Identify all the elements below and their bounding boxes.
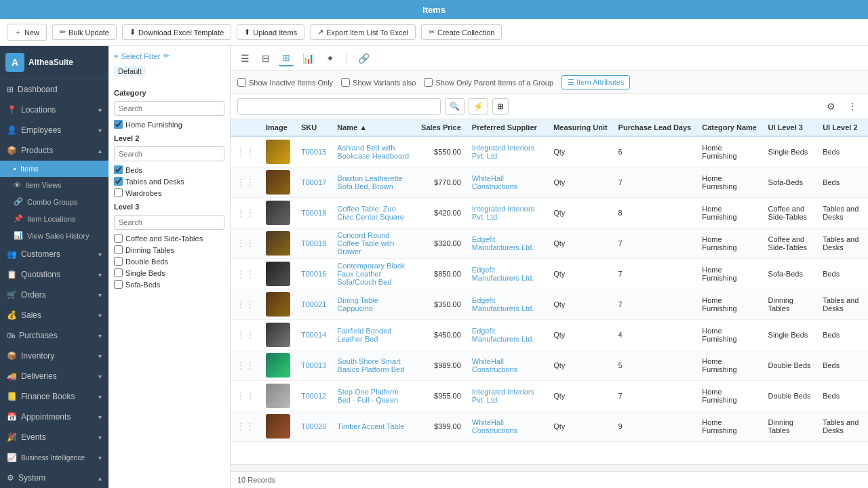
sidebar-item-finance-books[interactable]: 📒Finance Books ▾	[0, 386, 108, 407]
sidebar-item-business-intelligence[interactable]: 📈Business Intelligence ▾	[0, 447, 108, 468]
row-sku[interactable]: T00017	[296, 167, 332, 198]
filter-button[interactable]: ⊟	[258, 51, 273, 66]
sidebar-item-view-sales-history[interactable]: 📊View Sales History	[0, 227, 108, 244]
column-settings-button[interactable]: ⚙	[823, 98, 840, 115]
sidebar-item-sales[interactable]: 💰Sales ▾	[0, 305, 108, 325]
level3-double-beds-checkbox[interactable]	[114, 257, 123, 266]
table-view-button[interactable]: ⊞	[279, 50, 294, 66]
level2-search-input[interactable]	[114, 146, 224, 161]
row-name[interactable]: Concord Round Coffee Table with Drawer	[332, 228, 416, 259]
col-sku[interactable]: SKU	[296, 119, 332, 136]
sidebar-item-quotations[interactable]: 📋Quotations ▾	[0, 264, 108, 285]
export-button[interactable]: ↗ Export Item List To Excel	[310, 24, 416, 40]
sidebar-item-purchases[interactable]: 🛍Purchases ▾	[0, 325, 108, 346]
show-variants-checkbox[interactable]	[341, 78, 350, 87]
row-name[interactable]: Fairfield Bonded Leather Bed	[332, 320, 416, 350]
sidebar-item-items[interactable]: ▪Items	[0, 161, 108, 177]
new-button[interactable]: ＋ New	[7, 24, 47, 41]
sidebar-item-customers[interactable]: 👥Customers ▾	[0, 244, 108, 264]
show-parent-checkbox[interactable]	[424, 78, 433, 87]
category-home-furnishing-checkbox[interactable]	[114, 120, 123, 129]
sidebar-item-combo-groups[interactable]: 🔗Combo Groups	[0, 193, 108, 210]
col-ui-level3[interactable]: Ul Level 3	[763, 119, 818, 136]
row-sku[interactable]: T00019	[296, 228, 332, 259]
row-name[interactable]: Braxton Leatherette Sofa Bed, Brown	[332, 167, 416, 198]
filter-edit-icon[interactable]: ✏	[163, 52, 170, 60]
sidebar-item-deliveries[interactable]: 🚚Deliveries ▾	[0, 366, 108, 386]
item-attributes-button[interactable]: ☰ Item Attributes	[561, 75, 630, 89]
sidebar-item-item-locations[interactable]: 📌Item Locations	[0, 210, 108, 227]
row-handle[interactable]: ⋮⋮	[231, 136, 260, 167]
row-handle[interactable]: ⋮⋮	[231, 289, 260, 320]
col-sales-price[interactable]: Sales Price	[416, 119, 467, 136]
level3-sofa-beds-checkbox[interactable]	[114, 280, 123, 289]
sidebar-item-products[interactable]: 📦Products ▴	[0, 140, 108, 161]
search-button[interactable]: 🔍	[445, 98, 465, 115]
level3-dinning-checkbox[interactable]	[114, 245, 123, 254]
row-handle[interactable]: ⋮⋮	[231, 381, 260, 411]
row-sku[interactable]: T00014	[296, 320, 332, 350]
row-sku[interactable]: T00018	[296, 198, 332, 228]
col-preferred-supplier[interactable]: Preferred Supplier	[467, 119, 548, 136]
row-name[interactable]: South Shore Smart Basics Platform Bed	[332, 350, 416, 381]
row-name[interactable]: Contemporary Black Faux Leather Sofa/Cou…	[332, 259, 416, 289]
download-excel-button[interactable]: ⬇ Download Excel Template	[122, 24, 231, 40]
row-name[interactable]: Timber Accent Table	[332, 411, 416, 442]
sidebar-item-employees[interactable]: 👤Employees ▾	[0, 120, 108, 140]
bulk-update-button[interactable]: ✏ Bulk Update	[52, 24, 117, 40]
row-handle[interactable]: ⋮⋮	[231, 259, 260, 289]
level3-search-input[interactable]	[114, 215, 224, 230]
row-ui-level3: Single Beds	[763, 136, 818, 167]
horizontal-scrollbar[interactable]	[231, 464, 868, 471]
category-search-input[interactable]	[114, 101, 224, 116]
col-purchase-lead-days[interactable]: Purchase Lead Days	[613, 119, 697, 136]
row-handle[interactable]: ⋮⋮	[231, 228, 260, 259]
col-name[interactable]: Name ▲	[332, 119, 416, 136]
row-sku[interactable]: T00013	[296, 350, 332, 381]
upload-items-button[interactable]: ⬆ Upload Items	[237, 24, 304, 40]
sidebar-item-orders[interactable]: 🛒Orders ▾	[0, 285, 108, 305]
row-handle[interactable]: ⋮⋮	[231, 167, 260, 198]
row-sku[interactable]: T00020	[296, 411, 332, 442]
sidebar-item-item-views[interactable]: 👁Item Views	[0, 177, 108, 193]
level3-coffee-checkbox[interactable]	[114, 234, 123, 243]
row-name[interactable]: Step One Platform Bed - Full - Queen	[332, 381, 416, 411]
sidebar-item-inventory[interactable]: 📦Inventory ▾	[0, 346, 108, 366]
col-ui-level2[interactable]: Ul Level 2	[817, 119, 868, 136]
expand-button[interactable]: ⊞	[492, 98, 509, 115]
row-sku[interactable]: T00016	[296, 259, 332, 289]
col-category-name[interactable]: Category Name	[696, 119, 762, 136]
unlink-button[interactable]: 🔗	[355, 51, 373, 66]
table-row: ⋮⋮ T00019 Concord Round Coffee Table wit…	[231, 228, 868, 259]
col-measuring-unit[interactable]: Measuring Unit	[548, 119, 612, 136]
row-name[interactable]: Coffee Table: Zuo Civic Center Square	[332, 198, 416, 228]
content-toolbar: ☰ ⊟ ⊞ 📊 ✦ 🔗	[231, 46, 868, 71]
level3-single-beds-checkbox[interactable]	[114, 268, 123, 277]
table-row: ⋮⋮ T00012 Step One Platform Bed - Full -…	[231, 381, 868, 411]
settings-view-button[interactable]: ✦	[323, 51, 338, 66]
create-collection-button[interactable]: ✂ Create Collection	[421, 24, 502, 40]
sidebar-item-appointments[interactable]: 📅Appointments ▾	[0, 407, 108, 427]
row-sku[interactable]: T00012	[296, 381, 332, 411]
level2-wardrobes-checkbox[interactable]	[114, 188, 123, 197]
row-handle[interactable]: ⋮⋮	[231, 411, 260, 442]
row-sku[interactable]: T00015	[296, 136, 332, 167]
row-handle[interactable]: ⋮⋮	[231, 320, 260, 350]
lightning-button[interactable]: ⚡	[469, 98, 488, 115]
level2-beds-checkbox[interactable]	[114, 165, 123, 174]
row-name[interactable]: Ashland Bed with Bookcase Headboard	[332, 136, 416, 167]
row-name[interactable]: Dining Table Cappucino	[332, 289, 416, 320]
row-sku[interactable]: T00021	[296, 289, 332, 320]
show-inactive-checkbox[interactable]	[237, 78, 246, 87]
chart-view-button[interactable]: 📊	[299, 51, 317, 66]
sidebar-item-dashboard[interactable]: ⊞Dashboard	[0, 79, 108, 100]
sidebar-item-events[interactable]: 🎉Events ▾	[0, 427, 108, 447]
more-options-button[interactable]: ⋮	[844, 98, 861, 115]
list-view-button[interactable]: ☰	[237, 51, 253, 66]
sidebar-item-system[interactable]: ⚙System ▴	[0, 468, 108, 488]
row-handle[interactable]: ⋮⋮	[231, 198, 260, 228]
sidebar-item-locations[interactable]: 📍Locations ▾	[0, 100, 108, 120]
row-handle[interactable]: ⋮⋮	[231, 350, 260, 381]
level2-tables-desks-checkbox[interactable]	[114, 177, 123, 186]
search-input[interactable]	[237, 98, 441, 115]
